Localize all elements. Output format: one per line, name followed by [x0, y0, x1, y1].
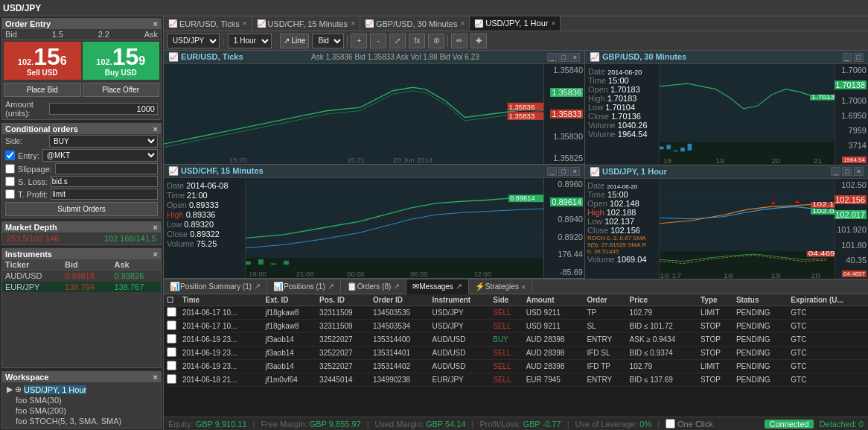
row-checkbox[interactable] — [164, 347, 179, 360]
tab-usdjpy-close[interactable]: × — [551, 19, 555, 28]
zoom-out-button[interactable]: - — [370, 34, 386, 48]
usdchf-minimize[interactable]: _ — [547, 167, 557, 176]
submit-orders-button[interactable]: Submit Orders — [5, 202, 158, 216]
col-order-id[interactable]: Order ID — [370, 294, 430, 306]
row-order-id: 135314400 — [370, 333, 430, 347]
workspace-usdjpy-label[interactable]: USD/JPY, 1 Hour — [24, 385, 86, 394]
one-click-checkbox[interactable] — [666, 419, 675, 429]
place-bid-button[interactable]: Place Bid — [4, 83, 81, 97]
price-type-select[interactable]: Bid — [312, 34, 344, 48]
line-type-button[interactable]: ↗ Line — [280, 34, 310, 48]
col-order[interactable]: Order — [584, 294, 626, 306]
amount-input[interactable] — [49, 103, 158, 115]
gbpusd-minimize[interactable]: _ — [843, 53, 852, 62]
row-checkbox[interactable] — [164, 320, 179, 333]
orders-table-container[interactable]: ☐ Time Ext. ID Pos. ID Order ID Instrume… — [164, 294, 868, 417]
tab-position-summary-close[interactable]: ↗ — [254, 282, 261, 291]
order-row[interactable]: 2014-06-18 21... jf1m0vf64 32445014 1349… — [164, 373, 868, 387]
col-time[interactable]: Time — [179, 294, 262, 306]
workspace-expand[interactable]: ▶ ⊕ USD/JPY, 1 Hour — [4, 384, 159, 395]
row-checkbox[interactable] — [164, 373, 179, 387]
row-checkbox[interactable] — [164, 333, 179, 347]
tab-eurusd-ticks[interactable]: 📈 EUR/USD, Ticks × — [164, 16, 252, 31]
side-select[interactable]: BUYSELL — [49, 135, 158, 148]
tab-messages-close[interactable]: ↗ — [456, 282, 462, 291]
gbpusd-canvas[interactable]: 1.70138 18 19 20 21 — [660, 64, 835, 165]
workspace-sma30[interactable]: foo SMA(30) — [4, 395, 159, 405]
tab-messages[interactable]: ✉ Messages ↗ — [406, 279, 469, 294]
tab-gbpusd[interactable]: 📈 GBP/USD, 30 Minutes × — [360, 16, 470, 31]
order-row[interactable]: 2014-06-19 23... jf3aob14 32522027 13531… — [164, 333, 868, 347]
usdjpy-minimize[interactable]: _ — [831, 167, 840, 176]
tab-strategies[interactable]: ⚡ Strategies × — [469, 279, 532, 294]
settings-button[interactable]: ⚙ — [428, 34, 444, 48]
slippage-checkbox[interactable] — [5, 164, 15, 174]
zoom-in-button[interactable]: + — [351, 34, 367, 48]
one-click-area[interactable]: One Click — [666, 419, 713, 429]
usdjpy-canvas[interactable]: 102.156 102.017 04.4697 16 17 18 19 — [660, 179, 835, 279]
sl-checkbox[interactable] — [5, 177, 15, 186]
col-expiry[interactable]: Expiration (U... — [788, 294, 868, 306]
ask-box[interactable]: 102.159 Buy USD — [83, 42, 160, 80]
col-type[interactable]: Type — [698, 294, 733, 306]
usdjpy-maximize[interactable]: □ — [842, 167, 852, 176]
tab-usdchf-close[interactable]: × — [351, 19, 355, 28]
instrument-row[interactable]: AUD/USD 0.93818 0.93826 — [2, 271, 161, 282]
eurusd-canvas[interactable]: 1.35836 1.35833 15:20 15:21 20 Jun 2014 — [164, 64, 543, 164]
workspace-close[interactable]: × — [153, 373, 158, 382]
tab-orders-close[interactable]: ↗ — [393, 282, 400, 291]
fit-button[interactable]: ⤢ — [389, 34, 406, 48]
sl-input[interactable] — [51, 176, 158, 187]
col-side[interactable]: Side — [490, 294, 523, 306]
eurusd-close[interactable]: × — [570, 53, 580, 62]
workspace-sma200[interactable]: foo SMA(200) — [4, 405, 159, 416]
symbol-select[interactable]: USD/JPY — [167, 34, 220, 48]
usdchf-close[interactable]: × — [570, 167, 580, 176]
crosshair-button[interactable]: ✚ — [470, 34, 487, 48]
col-ext-id[interactable]: Ext. ID — [262, 294, 316, 306]
slippage-input[interactable] — [55, 163, 158, 174]
tab-strategies-close[interactable]: × — [521, 282, 526, 291]
timeframe-select[interactable]: 1 Hour — [228, 34, 272, 48]
entry-checkbox[interactable] — [5, 151, 15, 160]
instruments-close[interactable]: × — [153, 250, 158, 259]
tab-position-summary[interactable]: 📊 Position Summary (1) ↗ — [164, 279, 267, 294]
conditional-orders-close[interactable]: × — [153, 124, 158, 133]
draw-button[interactable]: ✏ — [451, 34, 467, 48]
order-row[interactable]: 2014-06-17 10... jf18gkaw8 32311509 1345… — [164, 320, 868, 333]
depth-values: 253.5/102.146 102.168/141.5 — [2, 233, 161, 244]
eurusd-minimize[interactable]: _ — [547, 53, 557, 62]
eurusd-maximize[interactable]: □ — [558, 53, 568, 62]
usdjpy-close[interactable]: × — [854, 167, 864, 176]
place-offer-button[interactable]: Place Offer — [83, 83, 160, 97]
tab-positions[interactable]: 📊 Positions (1) ↗ — [267, 279, 341, 294]
order-entry-close[interactable]: × — [153, 19, 158, 28]
tab-orders[interactable]: 📋 Orders (8) ↗ — [341, 279, 407, 294]
tab-positions-close[interactable]: ↗ — [328, 282, 334, 291]
row-checkbox[interactable] — [164, 360, 179, 373]
tab-eurusd-close[interactable]: × — [243, 19, 247, 28]
tab-usdjpy[interactable]: 📈 USD/JPY, 1 Hour × — [470, 16, 561, 31]
order-row[interactable]: 2014-06-19 23... jf3aob14 32522027 13531… — [164, 360, 868, 373]
tab-gbpusd-close[interactable]: × — [460, 19, 465, 28]
instrument-row[interactable]: EUR/JPY 138.764 138.767 — [2, 282, 161, 293]
col-price[interactable]: Price — [627, 294, 698, 306]
row-checkbox[interactable] — [164, 306, 179, 320]
col-status[interactable]: Status — [733, 294, 788, 306]
col-pos-id[interactable]: Pos. ID — [316, 294, 370, 306]
gbpusd-maximize[interactable]: □ — [854, 53, 864, 62]
usdchf-canvas[interactable]: 0.89614 19:00 21:00 00:00 06:00 12:00 — [246, 178, 543, 278]
order-row[interactable]: 2014-06-19 23... jf3aob14 32522027 13531… — [164, 347, 868, 360]
workspace-stoch[interactable]: foo STOCH(5, 3, SMA, SMA) — [4, 416, 159, 426]
tab-usdchf[interactable]: 📈 USD/CHF, 15 Minutes × — [252, 16, 360, 31]
entry-select[interactable]: @MKT — [42, 149, 158, 162]
col-amount[interactable]: Amount — [523, 294, 584, 306]
indicator-button[interactable]: fx — [409, 34, 425, 48]
bid-box[interactable]: 102.156 Sell USD — [4, 42, 81, 80]
order-row[interactable]: 2014-06-17 10... jf18gkaw8 32311509 1345… — [164, 306, 868, 320]
usdchf-maximize[interactable]: □ — [558, 167, 568, 176]
col-instrument[interactable]: Instrument — [430, 294, 491, 306]
tp-checkbox[interactable] — [5, 189, 15, 199]
market-depth-close[interactable]: × — [153, 223, 158, 232]
tp-input[interactable] — [51, 189, 158, 200]
